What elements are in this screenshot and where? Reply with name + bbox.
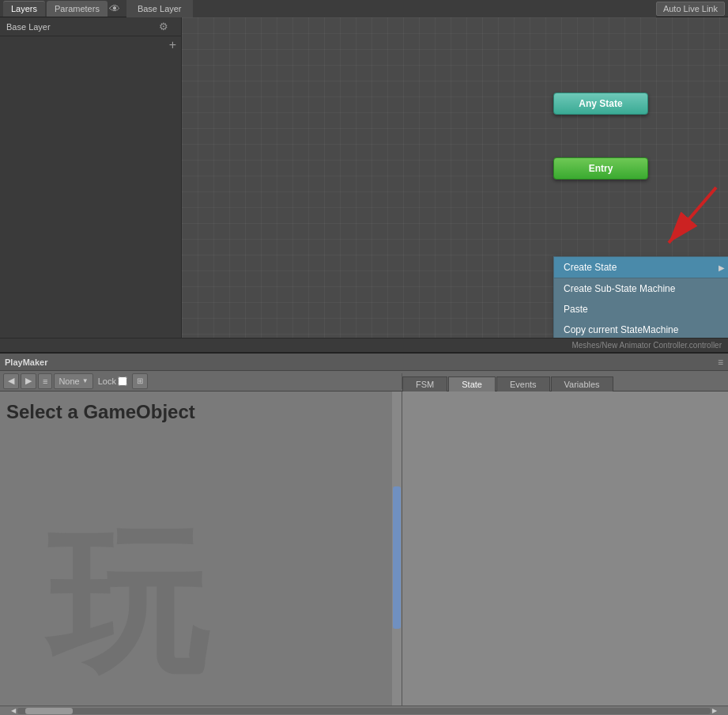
create-sub-state-machine-menu-item[interactable]: Create Sub-State Machine bbox=[554, 278, 728, 299]
animator-content: Base Layer ⚙ + Any State Entry bbox=[0, 17, 728, 338]
animator-status-bar: Meshes/New Animator Controller.controlle… bbox=[0, 338, 728, 352]
animator-sidebar: Base Layer ⚙ + bbox=[0, 17, 182, 338]
playmaker-header: PlayMaker ≡ bbox=[0, 354, 728, 371]
pm-scrollbar-thumb[interactable] bbox=[393, 486, 401, 629]
paste-menu-item[interactable]: Paste bbox=[554, 299, 728, 320]
svg-line-1 bbox=[669, 187, 716, 243]
prev-button[interactable]: ◀ bbox=[3, 373, 19, 389]
tab-layers[interactable]: Layers bbox=[3, 1, 45, 17]
animator-panel: Layers Parameters 👁 Base Layer Auto Live… bbox=[0, 0, 728, 352]
playmaker-toolbar: ◀ ▶ ≡ None ▼ Lock ⊞ bbox=[0, 373, 402, 389]
submenu-arrow-icon: ▶ bbox=[719, 263, 725, 272]
tab-events[interactable]: Events bbox=[496, 376, 550, 392]
lock-checkbox[interactable] bbox=[118, 376, 127, 386]
scroll-left-icon[interactable]: ◀ bbox=[11, 707, 16, 714]
any-state-node[interactable]: Any State bbox=[553, 93, 648, 115]
tab-fsm[interactable]: FSM bbox=[402, 376, 447, 392]
playmaker-options-icon[interactable]: ≡ bbox=[718, 357, 723, 368]
add-layer-button[interactable]: + bbox=[169, 38, 176, 52]
entry-node[interactable]: Entry bbox=[553, 157, 648, 180]
tab-parameters[interactable]: Parameters bbox=[47, 1, 108, 17]
pm-right-panel bbox=[402, 392, 728, 706]
sidebar-header: Base Layer ⚙ bbox=[0, 17, 181, 36]
animator-canvas[interactable]: Any State Entry Create State bbox=[182, 17, 728, 338]
playmaker-tabs: FSM State Events Variables bbox=[402, 371, 728, 392]
pm-watermark: 玩 bbox=[47, 524, 206, 682]
tab-variables[interactable]: Variables bbox=[551, 376, 613, 392]
playmaker-panel: PlayMaker ≡ ◀ ▶ ≡ None ▼ Lock ⊞ bbox=[0, 352, 728, 715]
gear-icon[interactable]: ⚙ bbox=[159, 21, 168, 32]
playmaker-top-row: ◀ ▶ ≡ None ▼ Lock ⊞ FSM State bbox=[0, 371, 728, 392]
tab-base-layer[interactable]: Base Layer bbox=[126, 0, 193, 17]
lock-label: Lock bbox=[98, 376, 116, 386]
pm-bottom-scrollbar[interactable]: ◀ ▶ bbox=[0, 706, 728, 715]
scrollbar-track[interactable] bbox=[17, 708, 711, 714]
copy-current-state-machine-menu-item[interactable]: Copy current StateMachine bbox=[554, 320, 728, 338]
select-gameobject-text: Select a GameObject bbox=[0, 392, 402, 433]
animator-tab-bar: Layers Parameters 👁 Base Layer Auto Live… bbox=[0, 0, 728, 17]
play-button[interactable]: ▶ bbox=[21, 373, 36, 389]
tab-state[interactable]: State bbox=[448, 376, 496, 392]
playmaker-title: PlayMaker bbox=[5, 358, 47, 367]
context-menu: Create State ▶ Create Sub-State Machine … bbox=[553, 256, 728, 338]
pm-left-panel: Select a GameObject 玩 bbox=[0, 392, 402, 706]
playmaker-main: Select a GameObject 玩 bbox=[0, 392, 728, 706]
menu-button[interactable]: ≡ bbox=[38, 373, 52, 389]
status-text: Meshes/New Animator Controller.controlle… bbox=[571, 341, 722, 350]
scrollbar-thumb[interactable] bbox=[25, 708, 73, 714]
auto-live-link-button[interactable]: Auto Live Link bbox=[656, 2, 725, 16]
pm-scrollbar[interactable] bbox=[392, 392, 402, 706]
scroll-icon[interactable]: ⊞ bbox=[132, 373, 148, 389]
eye-icon[interactable]: 👁 bbox=[109, 2, 120, 15]
scroll-right-icon[interactable]: ▶ bbox=[712, 707, 717, 714]
red-arrow-indicator bbox=[645, 180, 724, 251]
none-dropdown[interactable]: None ▼ bbox=[54, 373, 92, 389]
create-state-menu-item[interactable]: Create State ▶ bbox=[554, 257, 728, 278]
context-menu-main: Create State ▶ Create Sub-State Machine … bbox=[553, 256, 728, 338]
sidebar-title: Base Layer bbox=[6, 22, 159, 32]
